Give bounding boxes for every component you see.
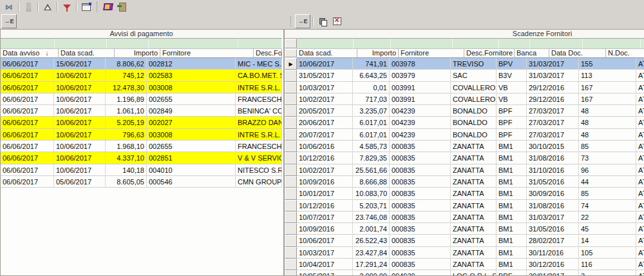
column-header-data-doc[interactable]: Data Doc.	[549, 49, 606, 58]
table-row[interactable]: 31/05/2017 6.643,25 003979 SAC B3V 31/03…	[285, 70, 644, 81]
table-row[interactable]: 06/06/2017 10/06/2017 745,12 002583 CA.B…	[1, 70, 282, 81]
table-row[interactable]: 06/06/2017 05/06/2017 8.605,05 000546 CM…	[1, 176, 282, 188]
row-selector[interactable]	[285, 70, 297, 81]
table-row[interactable]: 10/01/2017 10.083,70 000835 ZANATTA BM1 …	[285, 188, 644, 199]
row-selector[interactable]	[285, 259, 297, 270]
row-selector[interactable]	[285, 247, 297, 259]
row-selector[interactable]	[285, 129, 297, 141]
column-header-importo[interactable]: Importo	[115, 49, 160, 58]
table-row[interactable]: 06/06/2017 10/06/2017 796,63 003008 INTR…	[1, 129, 282, 141]
row-selector[interactable]	[285, 82, 297, 94]
table-row[interactable]: 06/06/2017 10/06/2017 12.478,30 003008 I…	[1, 82, 282, 94]
table-row[interactable]: 20/07/2017 6.017,01 004239 BONALDO BPF 2…	[285, 129, 644, 141]
cell-fornitore: 003008	[147, 82, 236, 94]
cell-banca: BM1	[497, 152, 527, 164]
column-header-data-avviso[interactable]: Data avviso↓	[1, 49, 59, 58]
row-selector[interactable]	[285, 176, 297, 188]
cell-importo: 8.666,88	[353, 176, 390, 188]
table-row[interactable]: 10/03/2017 0,01 003991 COVALLERO & VB 29…	[285, 82, 644, 94]
cell-data-avviso: 06/06/2017	[1, 164, 54, 176]
row-selector[interactable]	[285, 212, 297, 223]
cell-n-doc: 85	[579, 141, 636, 152]
table-row[interactable]: 06/06/2017 10/06/2017 1.968,10 002655 FR…	[1, 141, 282, 152]
cell-fornitore: 000835	[390, 164, 451, 176]
row-selector[interactable]	[285, 164, 297, 176]
table-row[interactable]: 10/06/2017 26.522,43 000835 ZANATTA BM1 …	[285, 235, 644, 246]
copy-button[interactable]	[316, 15, 330, 27]
table-row[interactable]: 06/06/2017 10/06/2017 1.196,89 002655 FR…	[1, 94, 282, 105]
cell-fornitore: 002655	[147, 141, 236, 152]
column-header-n-doc[interactable]: N.Doc.	[606, 49, 644, 58]
exit-button[interactable]	[115, 1, 129, 13]
cell-importo: 6.017,01	[353, 117, 390, 128]
cell-data-scad: 10/09/2016	[297, 176, 353, 188]
toolbar-separator	[76, 2, 77, 12]
row-selector[interactable]	[285, 152, 297, 164]
column-header-data-scad[interactable]: Data scad.	[59, 49, 115, 58]
table-row[interactable]: 20/05/2017 3.235,07 004239 BONALDO BPF 2…	[285, 105, 644, 117]
table-row[interactable]: 10/02/2017 25.561,66 000835 ZANATTA BM1 …	[285, 164, 644, 176]
table-row[interactable]: 10/04/2017 17.291,24 000835 ZANATTA BM1 …	[285, 259, 644, 270]
row-selector[interactable]	[285, 141, 297, 152]
column-header-banca[interactable]: Banca	[515, 49, 549, 58]
properties-window-icon	[82, 3, 91, 11]
column-header-desc-fornitore[interactable]: Desc.Fornitore	[254, 49, 282, 58]
table-row[interactable]: 10/09/2016 8.666,88 000835 ZANATTA BM1 3…	[285, 176, 644, 188]
table-row[interactable]: 10/03/2017 23.427,84 000835 ZANATTA BM1 …	[285, 247, 644, 259]
edit-button[interactable]	[41, 1, 55, 13]
cell-banca: BM1	[497, 223, 527, 235]
cell-pr: AT	[636, 117, 644, 128]
row-selector[interactable]	[285, 200, 297, 212]
fit-columns-button[interactable]: ⋈	[2, 1, 16, 13]
book-button[interactable]	[101, 1, 115, 13]
cell-desc-fornitore: FRANCESCHINI	[236, 141, 282, 152]
column-header-fornitore[interactable]: Fornitore	[399, 49, 464, 58]
toolbar-drag-handle[interactable]	[97, 2, 98, 12]
table-row[interactable]: 06/06/2017 10/06/2017 140,18 004010 NITE…	[1, 164, 282, 176]
table-row[interactable]: ▶ 10/06/2017 741,91 003978 TREVISO BPV 3…	[285, 58, 644, 70]
cell-data-doc: 29/12/2016	[527, 82, 579, 94]
cell-pr: AT	[636, 212, 644, 223]
row-selector[interactable]	[285, 105, 297, 117]
filter-button[interactable]	[60, 1, 74, 13]
column-header-desc-fornitore[interactable]: Desc.Fornitore	[464, 49, 515, 58]
right-tree-button[interactable]: →E	[295, 14, 310, 28]
table-row[interactable]: 10/06/2016 4.585,73 000835 ZANATTA BM1 3…	[285, 141, 644, 152]
table-row[interactable]: 06/06/2017 10/06/2017 1.061,10 002849 BE…	[1, 105, 282, 117]
cell-n-doc: 48	[579, 105, 636, 117]
cell-fornitore: 000835	[390, 152, 451, 164]
cell-data-avviso: 06/06/2017	[1, 94, 54, 105]
table-row[interactable]: 10/05/2017 2.000,00 004939 LOG O.R.L. S …	[285, 270, 644, 276]
table-row[interactable]: 06/06/2017 10/06/2017 5.205,19 002027 BR…	[1, 117, 282, 128]
table-row[interactable]: 10/12/2016 5.203,71 000835 ZANATTA BM1 3…	[285, 200, 644, 212]
delete-rows-button[interactable]	[330, 15, 344, 27]
properties-button[interactable]	[79, 1, 93, 13]
row-selector[interactable]	[285, 235, 297, 246]
row-selector[interactable]: ▶	[285, 58, 297, 70]
cell-importo: 2.000,00	[353, 270, 390, 276]
row-selector[interactable]	[285, 94, 297, 105]
column-header-data-scad[interactable]: Data scad.	[297, 49, 357, 58]
toolbar-drag-handle[interactable]	[290, 16, 292, 26]
table-row[interactable]: 10/09/2016 2.001,74 000835 ZANATTA BM1 3…	[285, 223, 644, 235]
column-chart-button[interactable]	[21, 1, 35, 13]
column-header-importo[interactable]: Importo	[357, 49, 399, 58]
row-selector[interactable]	[285, 188, 297, 199]
cell-desc-fornitore: ZANATTA	[451, 164, 497, 176]
table-row[interactable]: 06/06/2017 10/06/2017 4.337,10 002851 V …	[1, 152, 282, 164]
selector-header	[285, 49, 297, 57]
cell-desc-fornitore: CMN GROUP SR	[236, 176, 282, 188]
left-tree-button[interactable]: →E	[1, 14, 17, 28]
table-row[interactable]: 20/06/2017 6.017,01 004239 BONALDO BPF 2…	[285, 117, 644, 128]
cell-desc-fornitore: ZANATTA	[451, 152, 497, 164]
table-row[interactable]: 10/07/2017 23.746,08 000835 ZANATTA BM1 …	[285, 212, 644, 223]
column-header-fornitore[interactable]: Fornitore	[160, 49, 254, 58]
cell-fornitore: 002655	[147, 94, 236, 105]
table-row[interactable]: 06/06/2017 15/06/2017 8.806,62 002812 MI…	[1, 58, 282, 70]
table-row[interactable]: 10/02/2017 717,03 003991 COVALLERO & VB …	[285, 94, 644, 105]
row-selector[interactable]	[285, 223, 297, 235]
table-row[interactable]: 10/12/2016 7.829,35 000835 ZANATTA BM1 3…	[285, 152, 644, 164]
row-selector[interactable]	[285, 270, 297, 276]
cell-banca: BM1	[497, 247, 527, 259]
row-selector[interactable]	[285, 117, 297, 128]
